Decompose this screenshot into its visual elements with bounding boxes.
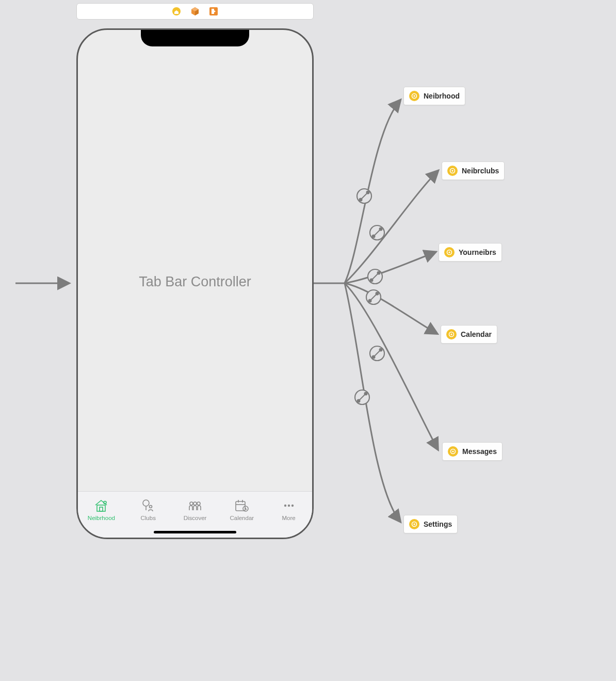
scene-toolbar[interactable] xyxy=(76,3,314,20)
house-icon xyxy=(93,498,109,513)
svg-point-46 xyxy=(450,333,452,335)
svg-rect-22 xyxy=(97,505,105,511)
cube-3d-icon[interactable] xyxy=(190,6,200,17)
svg-point-20 xyxy=(358,400,360,402)
tab-clubs[interactable]: Clubs xyxy=(125,492,172,527)
svg-point-4 xyxy=(357,189,371,203)
scene-ref-neibrclubs[interactable]: Neibrclubs xyxy=(442,161,505,180)
svg-point-7 xyxy=(366,290,381,304)
svg-rect-31 xyxy=(236,501,245,511)
scene-ref-neibrhood[interactable]: Neibrhood xyxy=(403,87,465,105)
tab-bar-controller-scene[interactable]: Tab Bar Controller Neibrhood xyxy=(76,28,314,539)
svg-point-13 xyxy=(380,228,382,231)
scene-ref-label: Messages xyxy=(462,447,497,456)
svg-point-21 xyxy=(365,393,367,395)
view-controller-icon xyxy=(447,166,458,176)
svg-point-9 xyxy=(355,390,369,404)
scene-ref-label: Calendar xyxy=(461,330,492,338)
calendar-clock-icon xyxy=(234,498,250,513)
svg-point-27 xyxy=(150,505,152,508)
storyboard-home-icon[interactable] xyxy=(171,6,182,17)
view-controller-icon xyxy=(448,446,458,457)
svg-point-36 xyxy=(284,504,286,506)
svg-point-5 xyxy=(370,225,384,240)
svg-point-40 xyxy=(413,95,415,96)
tab-discover[interactable]: Discover xyxy=(172,492,219,527)
svg-point-6 xyxy=(368,269,382,284)
svg-point-16 xyxy=(369,300,371,302)
svg-point-10 xyxy=(360,199,362,201)
scene-ref-label: Neibrclubs xyxy=(462,167,499,175)
svg-point-14 xyxy=(370,279,373,282)
more-dots-icon xyxy=(281,498,297,513)
scene-ref-label: Neibrhood xyxy=(424,92,460,100)
scene-ref-yourneibrs[interactable]: Yourneibrs xyxy=(439,243,502,262)
tab-calendar[interactable]: Calendar xyxy=(218,492,265,527)
svg-point-11 xyxy=(367,191,369,194)
svg-point-19 xyxy=(380,349,382,351)
controller-title: Tab Bar Controller xyxy=(139,274,251,290)
scene-ref-calendar[interactable]: Calendar xyxy=(441,325,497,344)
svg-point-17 xyxy=(376,293,379,295)
svg-point-24 xyxy=(104,501,106,504)
tab-label: Neibrhood xyxy=(88,515,115,521)
svg-point-29 xyxy=(193,502,197,505)
scene-ref-label: Yourneibrs xyxy=(459,248,496,256)
svg-point-25 xyxy=(143,500,149,506)
home-indicator xyxy=(154,531,236,533)
svg-point-18 xyxy=(372,356,375,359)
tab-neibrhood[interactable]: Neibrhood xyxy=(78,492,125,527)
tab-label: Clubs xyxy=(140,515,155,521)
svg-point-38 xyxy=(291,504,293,506)
svg-point-15 xyxy=(378,272,380,274)
tree-people-icon xyxy=(140,498,156,513)
svg-point-37 xyxy=(287,504,289,506)
scene-ref-settings[interactable]: Settings xyxy=(403,515,458,533)
svg-point-48 xyxy=(452,450,453,452)
svg-point-30 xyxy=(197,502,200,505)
svg-point-50 xyxy=(413,523,415,525)
tab-label: Calendar xyxy=(230,515,254,521)
view-controller-icon xyxy=(446,329,457,339)
tab-more[interactable]: More xyxy=(265,492,312,527)
view-controller-icon xyxy=(409,91,419,101)
people-group-icon xyxy=(187,498,203,513)
exit-scene-icon[interactable] xyxy=(208,6,219,17)
svg-point-8 xyxy=(370,346,384,361)
scene-ref-messages[interactable]: Messages xyxy=(442,442,502,461)
svg-rect-23 xyxy=(100,507,103,511)
tab-label: Discover xyxy=(184,515,207,521)
svg-point-44 xyxy=(448,251,450,253)
svg-point-42 xyxy=(451,170,453,171)
tab-label: More xyxy=(282,515,295,521)
scene-ref-label: Settings xyxy=(424,520,452,528)
svg-point-28 xyxy=(190,502,193,505)
view-controller-icon xyxy=(409,519,419,529)
notch xyxy=(141,29,249,46)
view-controller-icon xyxy=(444,247,455,257)
svg-point-12 xyxy=(372,235,375,238)
